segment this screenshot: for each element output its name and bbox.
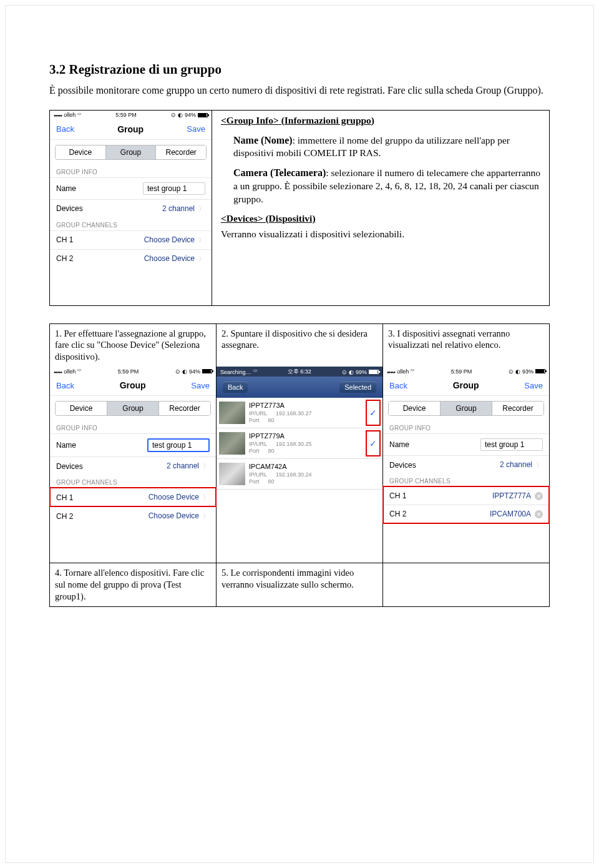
navbar: Back Group Save [383, 375, 549, 396]
row-devices[interactable]: Devices 2 channel〉 [50, 456, 216, 475]
phone-filler [50, 268, 212, 305]
ch1-value: Choose Device [149, 493, 199, 501]
step-1-caption: 1. Per effettuare l'assegnazione al grup… [50, 324, 216, 367]
tab-recorder[interactable]: Recorder [492, 402, 543, 415]
signal-dots-icon [54, 112, 62, 118]
tab-device[interactable]: Device [389, 402, 441, 415]
back-button[interactable]: Back [56, 381, 74, 390]
device-item[interactable]: IPPTZ779A IP/URL192.168.30.25 Port80 ✓ [217, 428, 382, 459]
steps-grid: 1. Per effettuare l'assegnazione al grup… [49, 323, 550, 607]
save-button[interactable]: Save [191, 381, 210, 390]
tab-recorder[interactable]: Recorder [159, 402, 210, 415]
back-button[interactable]: Back [56, 124, 74, 134]
step-5-caption: 5. Le corrispondenti immagini video verr… [217, 563, 382, 594]
ch2-label: CH 2 [56, 254, 73, 263]
ch2-value: Choose Device [149, 511, 199, 520]
back-button[interactable]: Back [389, 381, 407, 390]
status-time: 5:59 PM [451, 368, 472, 375]
section-title: 3.2 Registrazione di un gruppo [49, 62, 550, 77]
tab-group[interactable]: Group [441, 402, 492, 415]
battery-icon [198, 113, 208, 117]
step-4-caption: 4. Tornare all'elenco dispositivi. Fare … [50, 563, 216, 606]
row-devices-label: Devices [56, 462, 83, 471]
seg-tabs: Device Group Recorder [388, 401, 544, 416]
device-name: IPPTZ773A [249, 402, 363, 410]
row-ch1[interactable]: CH 1 IPPTZ777A [383, 486, 549, 505]
tab-device[interactable]: Device [56, 402, 107, 415]
top-description: <Group Info> (Informazioni gruppo) Name … [212, 111, 549, 305]
name-input[interactable]: test group 1 [143, 182, 205, 195]
device-item[interactable]: IPCAM742A IP/URL192.168.30.24 Port80 [217, 459, 382, 490]
save-button[interactable]: Save [524, 381, 543, 390]
phone-step-2: Searching… ⌔ 오후 6:32 ⊙ ◐ 99% Back Select… [217, 367, 382, 563]
check-wrap[interactable]: ✓ [366, 400, 380, 425]
chevron-right-icon: 〉 [203, 493, 210, 501]
ip-value: 192.168.30.24 [276, 471, 312, 478]
row-ch1[interactable]: CH 1 Choose Device〉 [50, 230, 212, 249]
phone-filler [383, 523, 549, 561]
ip-label: IP/URL [249, 410, 267, 417]
row-ch2[interactable]: CH 2 Choose Device〉 [50, 506, 216, 525]
row-name-label: Name [56, 184, 76, 193]
ch2-value: Choose Device [144, 254, 195, 263]
chevron-right-icon: 〉 [536, 461, 543, 468]
device-info: IPPTZ773A IP/URL192.168.30.27 Port80 [249, 402, 363, 424]
check-wrap[interactable] [366, 461, 380, 486]
alarm-icon: ⊙ [175, 368, 180, 375]
devices-value: 2 channel [167, 461, 199, 470]
row-ch2[interactable]: CH 2 Choose Device〉 [50, 249, 212, 268]
tab-group[interactable]: Group [107, 402, 159, 415]
name-desc-block: Name (Nome): immettere il nome del grupp… [233, 134, 543, 160]
device-item[interactable]: IPPTZ773A IP/URL192.168.30.27 Port80 ✓ [217, 398, 382, 428]
check-wrap[interactable]: ✓ [366, 431, 380, 456]
phone-step-1: olleh ⌔ 5:59 PM ⊙ ◐ 94% Back Group Save … [50, 367, 216, 563]
row-devices-label: Devices [56, 204, 83, 213]
chevron-right-icon: 〉 [198, 255, 205, 262]
ip-label: IP/URL [249, 471, 267, 478]
searching-label: Searching… [220, 369, 251, 375]
save-button[interactable]: Save [187, 124, 205, 134]
tab-device[interactable]: Device [56, 145, 106, 159]
page: 3.2 Registrazione di un gruppo È possibi… [5, 5, 594, 863]
group-info-head: <Group Info> (Informazioni gruppo) [221, 114, 374, 127]
devices-value: 2 channel [500, 460, 532, 469]
statusbar: olleh ⌔ 5:59 PM ⊙ ◐ 93% [383, 367, 549, 375]
row-devices[interactable]: Devices 2 channel〉 [50, 199, 212, 218]
ip-label: IP/URL [249, 441, 267, 448]
phone-step-3: olleh ⌔ 5:59 PM ⊙ ◐ 93% Back Group Save … [383, 367, 549, 563]
row-devices[interactable]: Devices 2 channel〉 [383, 455, 549, 474]
ch2-label: CH 2 [56, 512, 73, 521]
name-input[interactable]: test group 1 [480, 438, 543, 451]
ip-value: 192.168.30.25 [276, 441, 312, 448]
rotation-lock-icon: ◐ [349, 369, 354, 375]
signal-dots-icon [54, 368, 62, 375]
battery-icon [535, 369, 545, 373]
alarm-icon: ⊙ [509, 368, 514, 375]
delete-icon[interactable] [535, 492, 543, 500]
section-intro: È possibile monitorare come gruppo un ce… [49, 84, 550, 97]
alarm-icon: ⊙ [171, 112, 176, 118]
seg-tabs: Device Group Recorder [55, 145, 207, 160]
device-thumb [219, 432, 245, 455]
battery-pct: 99% [356, 369, 367, 375]
row-name: Name test group 1 [383, 433, 549, 455]
battery-pct: 94% [189, 368, 200, 375]
battery-pct: 94% [185, 112, 196, 118]
delete-icon[interactable] [535, 510, 543, 518]
device-name: IPPTZ779A [249, 432, 363, 441]
rotation-lock-icon: ◐ [515, 368, 520, 375]
name-input[interactable]: test group 1 [147, 438, 210, 452]
steps-row-captions-2: 4. Tornare all'elenco dispositivi. Fare … [50, 563, 549, 606]
ch1-value: IPPTZ777A [492, 491, 531, 500]
tab-group[interactable]: Group [106, 145, 157, 159]
row-ch2[interactable]: CH 2 IPCAM700A [383, 505, 549, 523]
nav-title: Group [120, 380, 146, 390]
navbar: Back Selected [217, 377, 382, 398]
selected-button[interactable]: Selected [339, 382, 376, 393]
row-name: Name test group 1 [50, 177, 212, 199]
step-6-empty [383, 563, 549, 583]
back-button[interactable]: Back [223, 382, 248, 393]
tab-recorder[interactable]: Recorder [156, 145, 206, 159]
section-group-channels: GROUP CHANNELS [383, 474, 549, 486]
row-ch1[interactable]: CH 1 Choose Device〉 [50, 488, 216, 506]
